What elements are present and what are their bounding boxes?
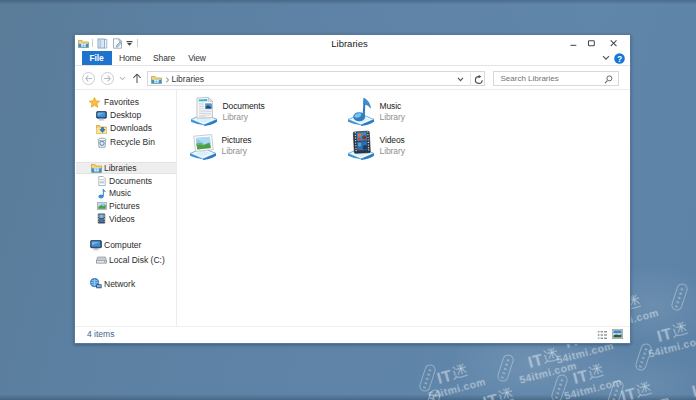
svg-text:?: ?: [617, 53, 622, 63]
